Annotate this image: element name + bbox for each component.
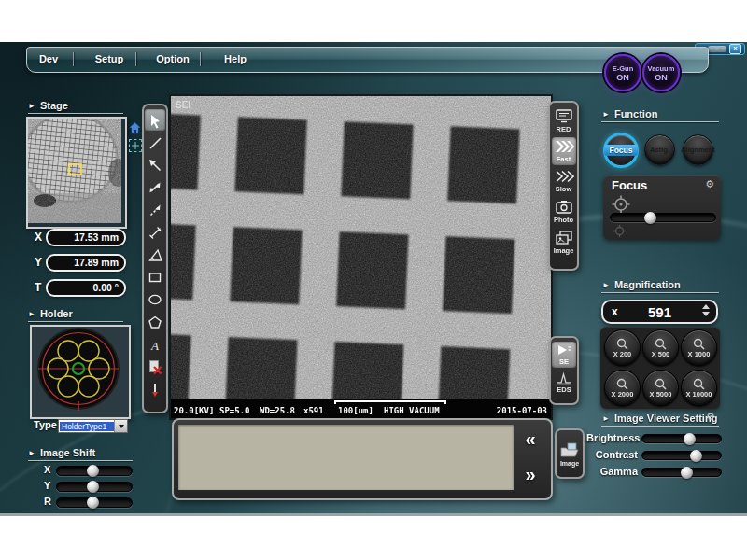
app-window: – x Dev Setup Option Help E-Gun ON Vacuu… xyxy=(0,42,747,516)
stage-x-label: X xyxy=(35,231,42,244)
brightness-slider[interactable] xyxy=(641,434,722,443)
ellipse-tool[interactable] xyxy=(145,288,165,310)
function-focus-button[interactable]: Focus xyxy=(603,133,639,168)
stage-y-value[interactable]: 17.89 mm xyxy=(46,254,126,272)
gear-icon[interactable]: ⚙ xyxy=(706,412,715,422)
contrast-slider[interactable] xyxy=(641,451,722,460)
section-arrow-icon: ► xyxy=(28,449,35,457)
spin-up-icon[interactable] xyxy=(702,304,710,309)
se-detector-button[interactable]: SE xyxy=(552,342,576,368)
stage-mesh-thumbnail xyxy=(28,119,121,223)
cursor-icon xyxy=(147,112,163,129)
preset-x5000-button[interactable]: X 5000 xyxy=(642,370,679,406)
preset-x10000-button[interactable]: X 10000 xyxy=(681,370,717,406)
magnification-spinner[interactable] xyxy=(702,304,710,316)
stage-overview-image[interactable] xyxy=(26,117,127,229)
angle-tool[interactable] xyxy=(145,244,165,265)
image-shift-x-slider[interactable] xyxy=(56,466,133,476)
function-astig-button[interactable]: Astig. xyxy=(644,134,675,165)
section-arrow-icon: ► xyxy=(602,110,610,119)
delete-annotation-tool[interactable] xyxy=(145,356,165,377)
rectangle-icon xyxy=(147,269,163,286)
magnification-value: 591 xyxy=(603,304,716,320)
slider-knob[interactable] xyxy=(681,467,693,479)
gallery-strip[interactable] xyxy=(178,425,514,490)
marker-pin-icon xyxy=(147,381,163,398)
preset-x500-button[interactable]: X 500 xyxy=(642,329,679,366)
image-shift-x-label: X xyxy=(44,464,50,475)
image-shift-r-label: R xyxy=(44,496,51,507)
rectangle-tool[interactable] xyxy=(145,266,165,287)
sem-viewer[interactable]: SEI 20.0[KV] SP=5.0 WD=25.8 x591 100[um]… xyxy=(171,96,551,418)
image-shift-r-slider[interactable] xyxy=(56,497,133,508)
line-tool[interactable] xyxy=(145,132,165,153)
function-alignment-button[interactable]: Alignment xyxy=(683,134,713,165)
preset-x200-button[interactable]: X 200 xyxy=(604,329,641,366)
slider-knob[interactable] xyxy=(684,433,696,445)
arrow-tool[interactable] xyxy=(145,154,165,175)
gamma-slider[interactable] xyxy=(641,468,722,477)
focus-slider[interactable] xyxy=(610,213,716,222)
magnifier-icon xyxy=(655,378,667,390)
monitor-icon xyxy=(554,108,574,124)
eds-detector-button[interactable]: EDS xyxy=(552,370,576,396)
slider-knob[interactable] xyxy=(644,212,656,224)
slider-knob[interactable] xyxy=(87,497,99,509)
stage-x-value[interactable]: 17.53 mm xyxy=(46,229,126,246)
stage-home-button[interactable] xyxy=(128,121,142,135)
gallery-prev-button[interactable]: « xyxy=(515,429,545,448)
image-capture-button[interactable]: Image xyxy=(552,228,576,257)
alignment-button-label: Alignment xyxy=(681,146,715,154)
slider-knob[interactable] xyxy=(690,450,702,462)
vacuum-on-button[interactable]: Vacuum ON xyxy=(642,54,680,91)
preset-x1000-button[interactable]: X 1000 xyxy=(681,329,717,366)
minimize-button[interactable]: – xyxy=(708,46,726,52)
egun-on-button[interactable]: E-Gun ON xyxy=(604,54,641,91)
text-icon: A xyxy=(147,336,163,353)
status-vacuum-mode: HIGH VACUUM xyxy=(384,406,440,415)
stage-t-value[interactable]: 0.00 ° xyxy=(46,279,126,297)
angle-icon xyxy=(147,246,163,263)
magnification-input[interactable]: x 591 xyxy=(601,300,718,324)
menu-option[interactable]: Option xyxy=(151,53,194,64)
magnifier-icon xyxy=(616,378,628,390)
select-cursor-tool[interactable] xyxy=(145,109,165,131)
astig-button-label: Astig. xyxy=(650,146,669,154)
spin-down-icon[interactable] xyxy=(702,312,710,316)
menu-help[interactable]: Help xyxy=(214,53,257,64)
fast-scan-button[interactable]: Fast xyxy=(552,137,576,165)
gallery-next-button[interactable]: » xyxy=(515,465,545,483)
preset-x2000-button[interactable]: X 2000 xyxy=(604,370,641,406)
menu-dev[interactable]: Dev xyxy=(27,53,70,64)
menu-setup[interactable]: Setup xyxy=(88,53,131,64)
slider-knob[interactable] xyxy=(87,481,99,493)
divider xyxy=(28,460,133,461)
gamma-label: Gamma xyxy=(586,466,638,477)
svg-text:A: A xyxy=(150,338,159,352)
polygon-tool[interactable] xyxy=(145,311,165,332)
fast-chevrons-icon xyxy=(554,139,574,154)
holder-type-dropdown[interactable]: HolderType1 xyxy=(58,419,128,433)
double-arrow-tool[interactable] xyxy=(145,176,165,198)
photos-icon xyxy=(554,230,574,245)
close-button[interactable]: x xyxy=(729,44,741,54)
sem-status-bar: 20.0[KV] SP=5.0 WD=25.8 x591 100[um] HIG… xyxy=(171,399,551,418)
holder-map[interactable] xyxy=(30,325,131,419)
gear-icon[interactable]: ⚙ xyxy=(705,179,714,189)
slow-chevrons-icon xyxy=(554,169,574,184)
photo-button[interactable]: Photo xyxy=(552,197,576,226)
red-scan-button[interactable]: RED xyxy=(552,106,576,135)
open-image-button[interactable]: Image xyxy=(555,428,585,479)
thumbnail-gallery: « » xyxy=(172,418,553,500)
dropdown-arrow-button[interactable] xyxy=(114,420,127,432)
measure-arrow-tool[interactable] xyxy=(145,221,165,243)
section-arrow-icon: ► xyxy=(602,281,610,289)
slider-knob[interactable] xyxy=(87,465,99,477)
dashed-arrow-tool[interactable] xyxy=(145,199,165,220)
image-shift-y-slider[interactable] xyxy=(56,482,133,492)
marker-pin-tool[interactable] xyxy=(145,378,165,399)
stage-center-button[interactable] xyxy=(129,139,142,152)
text-tool[interactable]: A xyxy=(145,333,165,355)
home-icon xyxy=(128,121,142,135)
slow-scan-button[interactable]: Slow xyxy=(552,167,576,195)
